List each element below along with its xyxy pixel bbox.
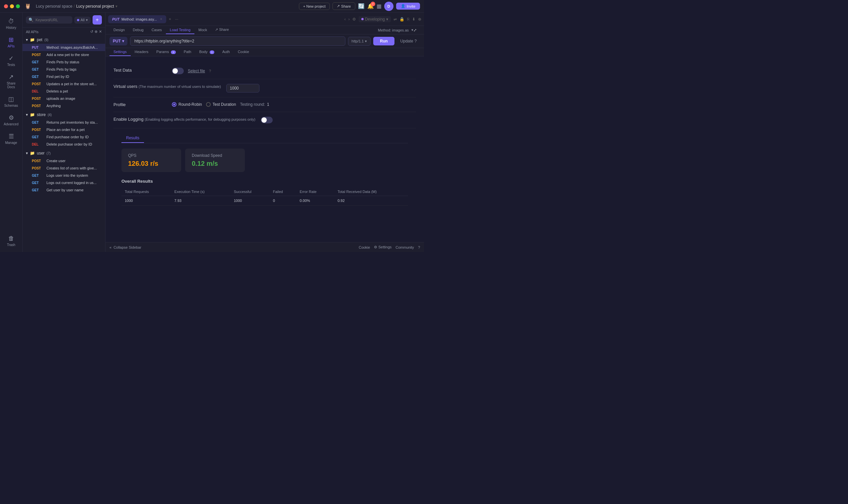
round-robin-option[interactable]: Round-Robin (172, 102, 202, 107)
folder-chevron-icon: ▾ (26, 151, 28, 156)
settings-tab-auth[interactable]: Auth (218, 48, 234, 56)
api-item[interactable]: GET Get user by user name (22, 186, 105, 194)
community-button[interactable]: Community (395, 245, 414, 249)
tab-debug[interactable]: Debug (129, 26, 147, 34)
tab-close-icon[interactable]: × (160, 17, 162, 21)
tab-more-button[interactable]: ··· (174, 16, 180, 23)
invite-button[interactable]: 👤 Invite (396, 3, 420, 10)
api-item[interactable]: GET Find pet by ID (22, 73, 105, 80)
expand-icon[interactable]: ⤢ (413, 28, 420, 33)
test-duration-option[interactable]: Test Duration (206, 102, 236, 107)
enable-logging-toggle[interactable] (261, 117, 273, 123)
close-section-icon[interactable]: ✕ (99, 30, 102, 34)
minimize-btn[interactable] (10, 4, 14, 8)
folder-pet-header[interactable]: ▾ 📁 pet (9) (22, 36, 105, 44)
sidebar-item-apis[interactable]: ⊞ APIs (1, 34, 21, 51)
sidebar-item-share-docs[interactable]: ↗ Share Docs (1, 71, 21, 91)
environment-selector[interactable]: Developing ▾ (359, 16, 391, 22)
sidebar-item-advanced[interactable]: ⚙ Advanced (1, 111, 21, 129)
settings-icon[interactable]: ⚙ (352, 17, 356, 21)
settings-tab-settings[interactable]: Settings (109, 48, 131, 56)
collapse-sidebar-button[interactable]: Collapse Sidebar (113, 245, 141, 249)
close-btn[interactable] (4, 4, 8, 8)
active-tab[interactable]: PUT Method: images.asy... × (108, 15, 166, 23)
round-robin-radio[interactable] (172, 102, 177, 107)
test-data-toggle[interactable] (172, 68, 184, 74)
cookie-button[interactable]: Cookie (359, 245, 370, 249)
api-item[interactable]: POST Anything (22, 102, 105, 109)
update-button[interactable]: Update ? (397, 37, 420, 46)
lock-icon[interactable]: 🔒 (400, 17, 404, 21)
search-input[interactable] (35, 18, 70, 22)
add-folder-icon[interactable]: ⊕ (94, 30, 98, 34)
more-options-icon[interactable]: ⊕ (418, 17, 421, 21)
sidebar-item-schemas[interactable]: ◫ Schemas (1, 93, 21, 110)
api-item-name: Logs user into the system (47, 174, 102, 177)
sidebar-item-manage[interactable]: ☰ Manage (1, 130, 21, 147)
api-item[interactable]: POST Place an order for a pet (22, 126, 105, 133)
api-item[interactable]: POST uploads an image (22, 95, 105, 102)
api-item[interactable]: DEL Deletes a pet (22, 88, 105, 95)
project-label[interactable]: Lucy personal project (76, 4, 114, 8)
tab-add-button[interactable]: + (167, 16, 173, 23)
api-item[interactable]: POST Creates list of users with give... (22, 164, 105, 172)
new-project-button[interactable]: + New project (299, 3, 330, 10)
select-file-button[interactable]: Select file (188, 69, 205, 73)
method-selector[interactable]: PUT ▾ (109, 37, 127, 46)
settings-tab-body[interactable]: Body 1 (195, 48, 218, 56)
tab-share[interactable]: ↗ Share (211, 26, 233, 34)
api-item[interactable]: GET Logs out current logged in us... (22, 179, 105, 186)
api-item[interactable]: GET Finds Pets by tags (22, 66, 105, 73)
settings-tab-path[interactable]: Path (180, 48, 195, 56)
settings-tab-params[interactable]: Params 1 (152, 48, 179, 56)
test-data-help-icon[interactable]: ? (209, 69, 211, 73)
api-item-name: Place an order for a pet (47, 128, 102, 132)
tab-design[interactable]: Design (109, 26, 129, 34)
avatar[interactable]: D (384, 2, 393, 11)
filter-dropdown[interactable]: All ▾ (74, 17, 91, 23)
refresh-icon[interactable]: ↺ (90, 30, 93, 34)
nav-fwd-icon[interactable]: › (348, 17, 350, 21)
api-item[interactable]: GET Find purchase order by ID (22, 133, 105, 141)
api-item[interactable]: GET Returns pet inventories by sta... (22, 119, 105, 126)
test-duration-radio[interactable] (206, 102, 211, 107)
help-button[interactable]: ? (418, 245, 420, 249)
tab-cases[interactable]: Cases (148, 26, 166, 34)
folder-user-header[interactable]: ▾ 📁 user (7) (22, 149, 105, 157)
api-item[interactable]: POST Create user (22, 157, 105, 164)
results-tab[interactable]: Results (121, 133, 144, 143)
api-item[interactable]: PUT Method: images.asyncBatchA... (22, 44, 105, 51)
run-button[interactable]: Run (373, 37, 394, 46)
results-tabs: Results (121, 133, 408, 143)
sidebar-item-trash[interactable]: 🗑 Trash (1, 232, 21, 249)
settings-tab-cookie[interactable]: Cookie (234, 48, 253, 56)
tab-load-testing[interactable]: Load Testing (166, 26, 194, 34)
layout-button[interactable]: ▦ (376, 3, 382, 9)
tab-mock[interactable]: Mock (194, 26, 211, 34)
share-header-button[interactable]: ↗ Share (332, 2, 355, 10)
nav-back-icon[interactable]: ‹ (344, 17, 346, 21)
results-section: Results QPS 126.03 r/s Download Speed 0.… (113, 128, 416, 205)
api-item[interactable]: POST Updates a pet in the store wit... (22, 80, 105, 88)
url-input[interactable] (130, 36, 346, 46)
sidebar-item-history[interactable]: ⏱ History (1, 15, 21, 32)
api-item[interactable]: GET Finds Pets by status (22, 58, 105, 66)
api-item[interactable]: GET Logs user into the system (22, 172, 105, 179)
virtual-users-input[interactable] (226, 84, 260, 92)
api-item[interactable]: POST Add a new pet to the store (22, 51, 105, 58)
workspace-label[interactable]: Lucy personal space (36, 4, 72, 8)
copy-icon[interactable]: ⎘ (407, 17, 409, 21)
refresh-button[interactable]: 🔄 (358, 3, 365, 9)
folder-store-header[interactable]: ▾ 📁 store (4) (22, 111, 105, 119)
sidebar-item-tests[interactable]: ✓ Tests (1, 52, 21, 69)
add-api-button[interactable]: + (92, 15, 102, 24)
api-item[interactable]: DEL Delete purchase order by ID (22, 141, 105, 148)
align-icon[interactable]: ⇌ (393, 17, 397, 21)
download-icon[interactable]: ⬇ (412, 17, 416, 21)
http-version-selector[interactable]: http/1.1 ▾ (348, 37, 371, 46)
fullscreen-btn[interactable] (16, 4, 20, 8)
settings-bottom-button[interactable]: ⚙ Settings (374, 245, 391, 249)
settings-tab-headers[interactable]: Headers (131, 48, 153, 56)
search-box[interactable]: 🔍 (26, 16, 72, 23)
notification-button[interactable]: 🔔 7 (367, 3, 374, 9)
